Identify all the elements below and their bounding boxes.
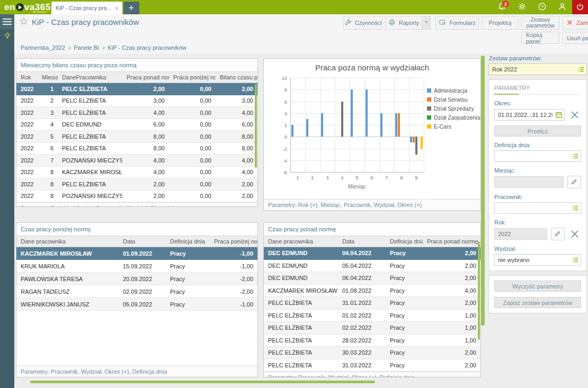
y-tick-label: -4 [271, 158, 287, 164]
wyczysc-parametry-button[interactable]: Wyczyść parametry [494, 281, 581, 292]
column-header[interactable]: Miesiąc [38, 72, 58, 83]
svg-text:?: ? [540, 4, 543, 10]
column-header[interactable]: Rok [16, 72, 38, 83]
table-row[interactable]: PELC ELŻBIETA31.03.2022Pracy2,00 [264, 359, 480, 372]
table-row[interactable]: 20228POZNAŃSKI MIECZYSŁAW2,000,002,00 [16, 191, 257, 203]
table-row[interactable]: 20227POZNAŃSKI MIECZYSŁAW4,000,004,00 [16, 155, 257, 167]
table-row[interactable]: KACZMAREK MIROSŁAW01.08.2022Pracy4,00 [264, 285, 480, 297]
breadcrumb-item-current[interactable]: KiP - Czas pracy pracowników [108, 44, 186, 51]
column-header[interactable]: Definicja dnia [166, 236, 210, 247]
list-icon[interactable] [571, 152, 580, 160]
cell: 2,00 [423, 349, 480, 356]
settings-button[interactable] [512, 0, 532, 14]
table-row[interactable]: KRUK MARIOLA15.09.2022Pracy-1,00 [16, 260, 257, 273]
rok-clear-button[interactable] [568, 228, 581, 240]
raporty-button[interactable]: Raporty [385, 16, 422, 30]
table-row[interactable]: 20222PELC ELŻBIETA3,000,003,00 [16, 95, 257, 107]
table-row[interactable]: DEC EDMUND04.04.2022Pracy2,00 [264, 247, 480, 260]
table-row[interactable]: PELC ELŻBIETA02.02.2022Pracy1,00 [264, 322, 480, 335]
list-icon[interactable] [571, 256, 580, 264]
cell: 2022 [16, 97, 38, 104]
panel-ponad: Czas pracy ponad normę Dane pracownikaDa… [263, 222, 481, 377]
cell: Pracy [166, 276, 210, 282]
new-tab-button[interactable]: + [123, 2, 139, 14]
breadcrumb-item-root[interactable]: Partnerska_2022 [21, 44, 65, 51]
tab-close-icon[interactable]: x [115, 5, 118, 11]
pracownik-input[interactable] [494, 202, 581, 214]
breadcrumb-item-panele-bi[interactable]: Panele BI [74, 44, 99, 51]
miesiac-edit-button[interactable] [567, 176, 581, 188]
table-row[interactable]: PELC ELŻBIETA28.02.2022Pracy1,00 [264, 335, 480, 347]
column-header[interactable]: Praca ponad normę... [122, 72, 169, 83]
document-tab[interactable]: KiP - Czas pracy pra... x [51, 2, 122, 14]
user-button[interactable] [552, 0, 572, 14]
column-header[interactable]: Data [119, 236, 166, 247]
menu-button[interactable] [0, 14, 14, 29]
zestaw-parametrow-input[interactable] [488, 64, 587, 75]
miesiac-input[interactable] [494, 176, 564, 188]
table-row[interactable]: 20228PELC ELŻBIETA2,000,002,00 [16, 178, 257, 191]
list-icon[interactable] [571, 204, 580, 212]
column-header[interactable]: Bilans czasu pracy [216, 72, 257, 83]
table-row[interactable]: WIERNIKOWSKI JANUSZ05.09.2022Pracy-1,00 [16, 298, 257, 311]
list-icon[interactable] [577, 65, 585, 74]
projektuj-button[interactable]: Projektuj [482, 16, 519, 30]
table-row[interactable]: PELC ELŻBIETA30.03.2022Pracy2,00 [264, 347, 480, 359]
logout-button[interactable] [572, 0, 588, 14]
cell: POZNAŃSKI MIECZYSŁAW [58, 157, 122, 164]
notifications-button[interactable]: 2 [492, 0, 512, 14]
table-row[interactable]: PELC ELŻBIETA01.02.2022Pracy1,00 [264, 310, 480, 322]
table-row[interactable]: KACZMAREK MIROSŁAW01.09.2022Pracy-1,00 [16, 247, 257, 260]
tab-label: KiP - Czas pracy pra... [56, 5, 111, 11]
help-button[interactable]: ? [532, 0, 552, 14]
table-row[interactable]: PAWŁOWSKA TERESA20.09.2022Pracy-2,00 [16, 273, 257, 285]
column-header[interactable]: Praca ponad normę -h [423, 236, 480, 247]
horizontal-scrollbar[interactable] [30, 381, 375, 383]
y-tick-label: 2 [271, 122, 287, 128]
calendar-icon[interactable] [555, 111, 563, 119]
vertical-scrollbar[interactable] [481, 56, 485, 326]
czynnosci-button[interactable]: Czynności [343, 16, 382, 30]
kopiuj-panel-button[interactable]: Kopiuj panel [521, 32, 559, 44]
zamknij-button[interactable]: Zamknij [562, 16, 588, 30]
okres-clear-button[interactable] [568, 109, 581, 121]
favorite-star-icon[interactable] [20, 17, 28, 26]
zapisz-zestaw-button[interactable]: Zapisz zestaw parametrów [494, 297, 581, 308]
legend-label: Dział Serwisu [434, 96, 468, 103]
column-header[interactable]: Praca poniżej normy -h [210, 236, 257, 247]
table-row[interactable]: PELC ELŻBIETA31.01.2022Pracy2,00 [264, 297, 480, 310]
table-row[interactable]: 20224DEC EDMUND6,000,006,00 [16, 119, 257, 131]
column-header[interactable]: Dane pracownika [16, 236, 119, 247]
table-row[interactable]: 20221PELC ELŻBIETA2,000,002,00 [16, 83, 257, 95]
ponad-scrollbar[interactable] [478, 242, 480, 340]
table-row[interactable]: 20226PELC ELŻBIETA8,000,008,00 [16, 143, 257, 155]
column-header[interactable]: DanePracownika [58, 72, 122, 83]
definicja-dnia-input[interactable] [494, 150, 581, 162]
bilans-scrollbar[interactable] [255, 84, 257, 168]
wydzial-input[interactable] [494, 254, 581, 266]
zestawy-parametrow-button[interactable]: Zestawy parametrów [521, 16, 559, 30]
rok-edit-button[interactable] [551, 228, 565, 240]
table-row[interactable]: 20225PELC ELŻBIETA8,000,008,00 [16, 131, 257, 143]
raporty-dropdown-button[interactable] [422, 16, 431, 30]
przelicz-button[interactable]: Przelicz [494, 125, 581, 137]
table-row[interactable]: 20223PELC ELŻBIETA4,000,004,00 [16, 107, 257, 119]
table-row[interactable]: DEC EDMUND05.04.2022Pracy2,00 [264, 260, 480, 273]
column-header[interactable]: Data [338, 236, 386, 247]
column-header[interactable]: Praca poniżej normy... [169, 72, 216, 83]
panel-chart-footer: Parametry: Rok (+), Miesiąc, Pracownik, … [264, 199, 480, 210]
cell: WIERNIKOWSKI JANUSZ [16, 301, 119, 308]
gridline [290, 137, 424, 137]
table-row[interactable]: RAGAN TADEUSZ02.09.2022Pracy-2,00 [16, 285, 257, 298]
assistant-button[interactable] [0, 29, 14, 44]
formularz-button[interactable]: Formularz [435, 16, 479, 30]
table-row[interactable]: DEC EDMUND06.04.2022Pracy2,00 [264, 272, 480, 285]
column-header[interactable]: Dane pracownika [264, 236, 338, 247]
cell: 0,00 [169, 169, 216, 175]
cell: 2,00 [122, 86, 169, 92]
cell: DEC EDMUND [264, 250, 338, 256]
usun-panel-button[interactable]: Usuń panel [562, 32, 588, 44]
table-row[interactable]: 20228KACZMAREK MIROSŁAW4,000,004,00 [16, 167, 257, 179]
column-header[interactable]: Definicja dnia [386, 236, 423, 247]
rok-input[interactable] [494, 228, 547, 240]
